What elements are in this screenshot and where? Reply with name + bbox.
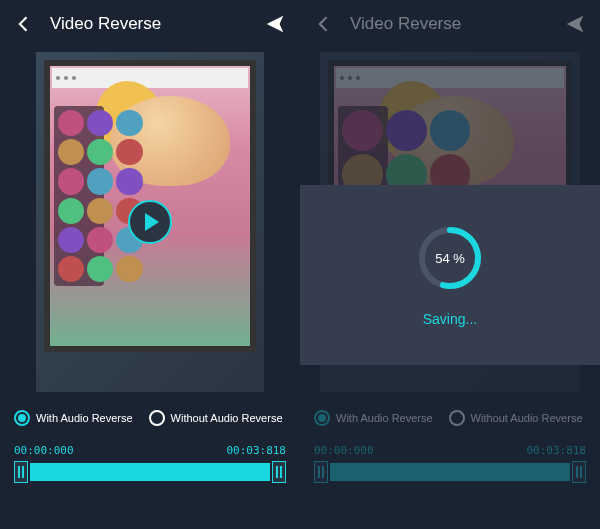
page-title: Video Reverse [50,14,264,34]
time-display: 00:00:000 00:03:818 [0,430,300,459]
end-time: 00:03:818 [526,444,586,457]
radio-without-audio: Without Audio Reverse [449,410,583,426]
screen-saving: Video Reverse [300,0,600,529]
radio-without-audio[interactable]: Without Audio Reverse [149,410,283,426]
start-time: 00:00:000 [314,444,374,457]
trim-handle-left [314,461,328,483]
end-time: 00:03:818 [226,444,286,457]
radio-with-audio: With Audio Reverse [314,410,433,426]
trim-handle-left[interactable] [14,461,28,483]
radio-label: With Audio Reverse [36,412,133,424]
play-button[interactable] [128,200,172,244]
back-icon [314,14,334,34]
saving-status: Saving... [423,311,477,327]
radio-label: With Audio Reverse [336,412,433,424]
header-bar: Video Reverse [0,0,300,48]
trim-track[interactable] [30,463,270,481]
saving-modal: 54 % Saving... [300,185,600,365]
page-title: Video Reverse [350,14,564,34]
trim-bar [0,459,300,491]
send-icon [564,13,586,35]
audio-options: With Audio Reverse Without Audio Reverse [0,402,300,430]
radio-icon [14,410,30,426]
audio-options: With Audio Reverse Without Audio Reverse [300,402,600,430]
screen-editor: Video Reverse [0,0,300,529]
progress-percent: 54 % [415,223,485,293]
radio-icon [149,410,165,426]
trim-handle-right [572,461,586,483]
radio-label: Without Audio Reverse [471,412,583,424]
trim-bar [300,459,600,491]
radio-icon [449,410,465,426]
time-display: 00:00:000 00:03:818 [300,430,600,459]
send-icon[interactable] [264,13,286,35]
back-icon[interactable] [14,14,34,34]
trim-track [330,463,570,481]
trim-handle-right[interactable] [272,461,286,483]
start-time: 00:00:000 [14,444,74,457]
video-preview [36,52,264,392]
progress-ring: 54 % [415,223,485,293]
play-icon [145,213,159,231]
header-bar: Video Reverse [300,0,600,48]
radio-icon [314,410,330,426]
radio-label: Without Audio Reverse [171,412,283,424]
radio-with-audio[interactable]: With Audio Reverse [14,410,133,426]
